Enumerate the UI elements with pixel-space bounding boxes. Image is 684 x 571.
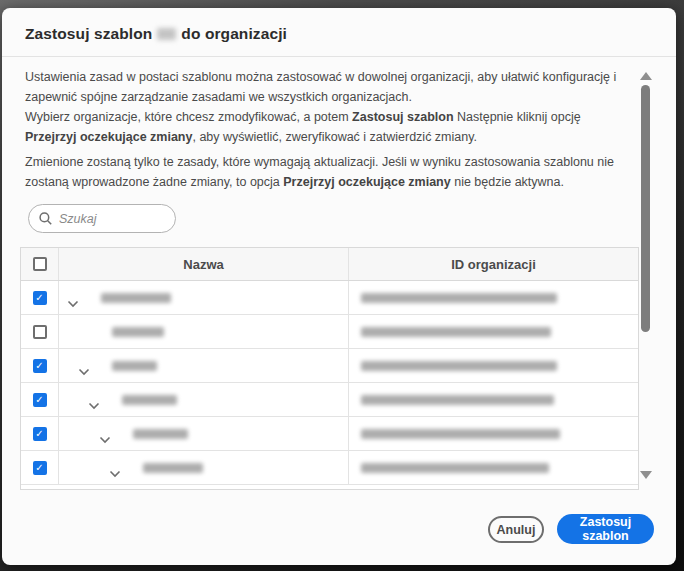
instructions-paragraph: Wybierz organizacje, które chcesz zmodyf…: [25, 108, 631, 148]
redacted-org-id: [361, 361, 557, 371]
paragraph-segment: nie będzie aktywna.: [451, 175, 564, 189]
table-header-row: Nazwa ID organizacji: [21, 248, 638, 281]
expand-chevron-down-icon[interactable]: [78, 362, 90, 380]
expand-chevron-down-icon[interactable]: [88, 396, 100, 414]
redacted-org-name: [101, 293, 171, 303]
row-name-cell: [59, 349, 349, 382]
row-org-id-cell: [349, 349, 638, 382]
expand-chevron-down-icon[interactable]: [109, 464, 121, 482]
row-checkbox[interactable]: ✓: [33, 359, 47, 373]
dialog-title-prefix: Zastosuj szablon: [25, 25, 152, 43]
redacted-org-id: [361, 327, 551, 337]
organizations-table: Nazwa ID organizacji ✓✓✓✓✓: [20, 247, 639, 490]
row-org-id-cell: [349, 383, 638, 416]
redacted-org-name: [133, 429, 188, 439]
dialog-title: Zastosuj szablondo organizacji: [25, 25, 287, 43]
row-checkbox[interactable]: ✓: [33, 291, 47, 305]
select-all-checkbox[interactable]: [33, 257, 47, 271]
row-org-id-cell: [349, 417, 638, 450]
row-checkbox[interactable]: [33, 325, 47, 339]
table-body: ✓✓✓✓✓: [21, 281, 638, 485]
paragraph-segment: Następnie kliknij opcję: [454, 110, 581, 124]
column-header-org-id-label: ID organizacji: [451, 257, 536, 272]
column-header-name-label: Nazwa: [183, 257, 223, 272]
redacted-org-name: [143, 463, 203, 473]
intro-paragraph: Ustawienia zasad w postaci szablonu możn…: [25, 68, 631, 108]
row-name-cell: [59, 281, 349, 314]
redacted-org-name: [112, 361, 157, 371]
row-name-cell: [59, 383, 349, 416]
column-header-name: Nazwa: [59, 248, 349, 280]
row-name-cell: [59, 417, 349, 450]
redacted-org-name: [112, 327, 164, 337]
row-checkbox[interactable]: ✓: [33, 461, 47, 475]
row-checkbox[interactable]: ✓: [33, 393, 47, 407]
redacted-org-name: [122, 395, 177, 405]
redacted-org-id: [361, 463, 549, 473]
note-paragraph: Zmienione zostaną tylko te zasady, które…: [25, 153, 631, 193]
paragraph-segment: Ustawienia zasad w postaci szablonu możn…: [25, 70, 616, 104]
table-row: ✓: [21, 451, 638, 485]
column-header-org-id: ID organizacji: [349, 248, 638, 280]
table-row: ✓: [21, 281, 638, 315]
cancel-button[interactable]: Anuluj: [488, 516, 544, 543]
expand-chevron-down-icon[interactable]: [99, 430, 111, 448]
scrollbar-up-arrow chevron-up-icon[interactable]: [640, 72, 652, 80]
row-org-id-cell: [349, 451, 638, 484]
vertical-scrollbar-thumb[interactable]: [641, 85, 650, 332]
row-org-id-cell: [349, 315, 638, 348]
row-checkbox-cell: ✓: [21, 349, 59, 382]
paragraph-segment: Zastosuj szablon: [352, 110, 453, 124]
apply-template-dialog: Zastosuj szablondo organizacji Ustawieni…: [2, 8, 676, 565]
redacted-org-id: [361, 395, 554, 405]
row-checkbox-cell: ✓: [21, 281, 59, 314]
redacted-org-id: [361, 429, 560, 439]
row-name-cell: [59, 451, 349, 484]
row-checkbox-cell: ✓: [21, 417, 59, 450]
paragraph-segment: Przejrzyj oczekujące zmiany: [283, 175, 450, 189]
apply-template-button[interactable]: Zastosuj szablon: [557, 514, 654, 544]
row-checkbox[interactable]: ✓: [33, 427, 47, 441]
search-icon: [39, 212, 52, 225]
redacted-template-name: [157, 28, 176, 40]
row-name-cell: [59, 315, 349, 348]
dialog-title-suffix: do organizacji: [181, 25, 287, 43]
search-field[interactable]: [28, 204, 176, 233]
row-checkbox-cell: [21, 315, 59, 348]
row-checkbox-cell: ✓: [21, 451, 59, 484]
table-row: [21, 315, 638, 349]
table-row: ✓: [21, 383, 638, 417]
expand-chevron-down-icon[interactable]: [67, 294, 79, 312]
redacted-org-id: [361, 293, 557, 303]
row-org-id-cell: [349, 281, 638, 314]
paragraph-segment: , aby wyświetlić, zweryfikować i zatwier…: [192, 130, 477, 144]
screen-background: Zastosuj szablondo organizacji Ustawieni…: [0, 0, 684, 571]
header-checkbox-cell: [21, 248, 59, 280]
paragraph-segment: Przejrzyj oczekujące zmiany: [25, 130, 192, 144]
search-input[interactable]: [59, 212, 165, 226]
table-row: ✓: [21, 417, 638, 451]
paragraph-segment: Wybierz organizacje, które chcesz zmodyf…: [25, 110, 352, 124]
row-checkbox-cell: ✓: [21, 383, 59, 416]
scrollbar-down-arrow chevron-down-icon[interactable]: [640, 471, 652, 479]
table-row: ✓: [21, 349, 638, 383]
title-divider: [2, 56, 676, 57]
